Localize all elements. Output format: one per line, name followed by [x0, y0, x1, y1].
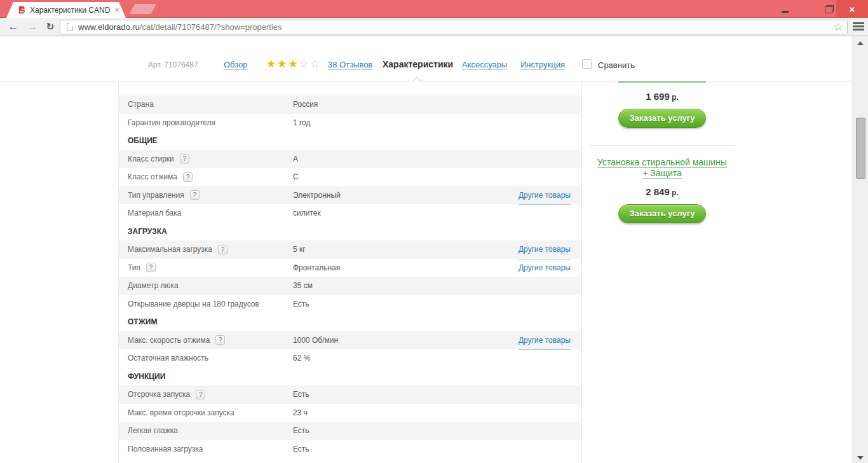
spec-value: Электронный — [293, 186, 341, 205]
service-link-text: Установка стиральной машины + Защита — [597, 157, 727, 179]
table-row: Легкая глажкаЕсть — [119, 422, 580, 440]
spec-label-cell: Отсрочка запуска? — [128, 385, 205, 404]
spec-label-cell: Гарантия производителя — [128, 114, 215, 132]
spec-label-cell: Легкая глажка — [128, 422, 178, 440]
forward-button[interactable]: → — [24, 18, 41, 36]
spec-label: Класс отжима — [128, 172, 177, 181]
table-row: Макс. скорость отжима?1000 Об/минДругие … — [119, 331, 580, 350]
service-link[interactable]: Установка стиральной машины + Защита — [595, 157, 729, 179]
spec-label: Страна — [128, 100, 154, 109]
other-products-link[interactable]: Другие товары — [519, 331, 571, 350]
star-empty-icon: ☆ — [310, 58, 321, 70]
spec-label-cell: Материал бака — [128, 204, 181, 223]
service-link-clipped[interactable] — [618, 81, 706, 83]
table-row: Класс отжима?С — [119, 168, 580, 186]
back-button[interactable]: ← — [5, 18, 22, 36]
spec-label: Материал бака — [128, 209, 181, 218]
spec-value: 5 кг — [293, 240, 306, 259]
tab-overview[interactable]: Обзор — [224, 60, 248, 70]
spec-label-cell: Макс. время отсрочки запуска — [128, 404, 234, 422]
services-list: 1 699 р.Заказать услугуУстановка стираль… — [590, 81, 735, 223]
star-filled-icon: ★ — [266, 58, 277, 70]
address-bar[interactable]: www.eldorado.ru/cat/detail/71076487/?sho… — [60, 20, 848, 34]
browser-tab[interactable]: Характеристики CANDY ( × — [6, 2, 126, 18]
spec-label: Диаметр люка — [128, 281, 179, 290]
compare-label: Сравнить — [598, 60, 635, 70]
spec-label-cell: Тип управления? — [128, 186, 200, 205]
spec-value: 1 год — [293, 114, 311, 132]
spec-label: Половинная загрузка — [128, 445, 203, 453]
spec-section-header: ЗАГРУЗКА — [119, 223, 580, 241]
spec-value: Есть — [293, 295, 309, 314]
restore-icon — [825, 5, 834, 13]
spec-label-cell: Класс отжима? — [128, 168, 193, 186]
help-icon[interactable]: ? — [190, 190, 200, 200]
bookmark-star-icon[interactable]: ☆ — [834, 20, 843, 34]
minimize-icon — [782, 11, 789, 13]
star-filled-icon: ★ — [288, 58, 299, 70]
help-icon[interactable]: ? — [215, 335, 225, 345]
reviews-link[interactable]: 38 Отзывов — [328, 60, 372, 70]
window-minimize-button[interactable] — [774, 0, 796, 18]
spec-table: СтранаРоссияГарантия производителя1 годО… — [119, 95, 580, 458]
new-tab-button[interactable] — [130, 4, 157, 14]
spec-section-header: ОБЩИЕ — [119, 132, 580, 150]
spec-label-cell: Открывание дверцы на 180 градусов — [128, 295, 259, 314]
help-icon[interactable]: ? — [183, 172, 193, 182]
other-products-link[interactable]: Другие товары — [519, 240, 571, 259]
service-price: 2 849 р. — [590, 186, 735, 197]
product-tabs-header: Арт. 71076487 Обзор ★★★☆☆ 38 Отзывов Хар… — [0, 36, 851, 81]
table-row: Половинная загрузкаЕсть — [119, 440, 580, 459]
table-row: Тип?ФронтальнаяДругие товары — [119, 259, 580, 277]
spec-value: Россия — [293, 95, 318, 114]
spec-label: Отсрочка запуска — [128, 390, 190, 399]
rating-stars: ★★★☆☆ — [266, 57, 321, 71]
help-icon[interactable]: ? — [218, 245, 227, 254]
spec-label: Тип управления — [128, 191, 184, 200]
help-icon[interactable]: ? — [146, 263, 156, 272]
table-row: Максимальная загрузка?5 кгДругие товары — [119, 240, 580, 259]
spec-value: 23 ч — [293, 404, 308, 422]
spec-value: Фронтальная — [293, 259, 340, 277]
spec-label: Максимальная загрузка — [128, 245, 212, 254]
spec-value: Есть — [293, 385, 309, 404]
other-products-link[interactable]: Другие товары — [519, 186, 571, 205]
order-service-button[interactable]: Заказать услугу — [618, 109, 706, 128]
scrollbar-up-arrow[interactable] — [857, 41, 864, 45]
table-row: Материал бакасилитек — [119, 204, 580, 223]
table-row: Остаточная влажность62 % — [119, 349, 580, 368]
spec-section-header: ФУНКЦИИ — [119, 368, 580, 386]
tab-characteristics[interactable]: Характеристики — [383, 59, 453, 69]
tab-accessories[interactable]: Аксессуары — [462, 60, 507, 70]
scrollbar[interactable] — [851, 36, 868, 463]
tab-close-icon[interactable]: × — [114, 5, 119, 15]
spec-section-header: ОТЖИМ — [119, 313, 580, 331]
price-currency: р. — [670, 188, 679, 197]
window-close-button[interactable]: × — [836, 0, 868, 18]
spec-label-cell: Максимальная загрузка? — [128, 240, 227, 259]
tab-instruction[interactable]: Инструкция — [520, 60, 565, 70]
spec-label-cell: Диаметр люка — [128, 277, 179, 295]
service-card: Установка стиральной машины + Защита2 84… — [590, 157, 735, 223]
hamburger-icon — [853, 22, 864, 24]
active-tab-caret — [412, 77, 421, 85]
star-filled-icon: ★ — [277, 58, 288, 70]
table-row: Макс. время отсрочки запуска23 ч — [119, 404, 580, 422]
page-icon — [67, 23, 73, 31]
help-icon[interactable]: ? — [180, 154, 189, 163]
service-divider — [590, 145, 735, 146]
page-content: Арт. 71076487 Обзор ★★★☆☆ 38 Отзывов Хар… — [0, 36, 851, 463]
spec-label: Открывание дверцы на 180 градусов — [128, 300, 259, 308]
help-icon[interactable]: ? — [196, 390, 205, 399]
spec-label: Тип — [128, 263, 140, 272]
content-right-border — [581, 81, 582, 463]
chrome-menu-button[interactable] — [853, 22, 864, 31]
scrollbar-down-arrow[interactable] — [857, 456, 864, 460]
spec-value: 62 % — [293, 349, 310, 368]
order-service-button[interactable]: Заказать услугу — [618, 204, 706, 223]
other-products-link[interactable]: Другие товары — [519, 259, 571, 278]
reload-button[interactable]: ↻ — [42, 18, 58, 36]
compare-checkbox[interactable] — [582, 59, 592, 69]
spec-label-cell: Класс стирки? — [128, 150, 189, 169]
scrollbar-thumb[interactable] — [856, 118, 865, 179]
